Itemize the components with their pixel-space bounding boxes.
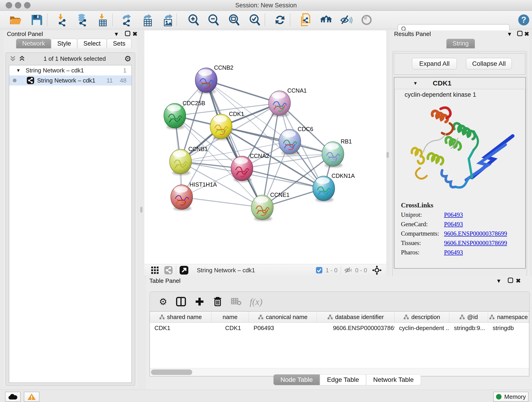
selection-checkbox-icon[interactable]: [316, 267, 323, 274]
node-label: CDKN1A: [331, 172, 355, 179]
export-image-icon[interactable]: [162, 13, 174, 26]
tab-sets[interactable]: Sets: [107, 39, 132, 48]
grid-view-icon[interactable]: [151, 266, 159, 274]
open-folder-icon[interactable]: [9, 13, 22, 26]
column-header-namespace[interactable]: namespace: [488, 312, 529, 322]
results-panel-menu-icon[interactable]: ▼: [507, 31, 512, 37]
network-selected-status: 1 of 1 Network selected: [25, 55, 124, 62]
zoom-fit-icon[interactable]: [228, 13, 241, 26]
column-mapping-icon: [489, 314, 495, 319]
tab-select[interactable]: Select: [77, 39, 107, 48]
split-columns-icon[interactable]: [176, 297, 186, 306]
memory-button[interactable]: Memory: [493, 392, 529, 402]
column-header-name[interactable]: name: [211, 312, 249, 322]
network-edge[interactable]: [206, 80, 279, 103]
crosslink-pharos[interactable]: P06493: [444, 249, 463, 256]
network-node-cdc6[interactable]: CDC6: [279, 126, 313, 155]
tab-node-table[interactable]: Node Table: [273, 374, 320, 385]
network-node-hist1h1a[interactable]: HIST1H1A: [171, 181, 217, 211]
results-panel-float-icon[interactable]: [517, 31, 523, 36]
hidden-eye-icon[interactable]: [344, 267, 353, 274]
collapse-all-button[interactable]: Collapse All: [466, 58, 512, 70]
hide-unhide-icon[interactable]: [340, 13, 353, 26]
network-edge[interactable]: [206, 80, 262, 207]
function-builder-icon[interactable]: f(x): [250, 296, 263, 307]
network-collection-row[interactable]: ▼ String Network – cdk1 1: [9, 65, 132, 75]
import-table-icon[interactable]: [96, 13, 109, 26]
export-network-icon[interactable]: [121, 13, 133, 26]
table-panel-close-icon[interactable]: ✖: [516, 277, 521, 284]
column-header-shared-name[interactable]: shared name: [150, 312, 211, 322]
tab-network[interactable]: Network: [16, 39, 51, 48]
gene-section-header[interactable]: ▼ CDK1: [394, 77, 525, 89]
import-database-icon[interactable]: [76, 13, 89, 26]
table-row[interactable]: CDK1 CDK1 P06493 9606.ENSP00000378699 cy…: [150, 323, 529, 333]
add-column-icon[interactable]: [195, 297, 204, 306]
delete-table-icon[interactable]: [231, 298, 241, 306]
table-panel-menu-icon[interactable]: ▼: [496, 278, 501, 284]
cloud-button[interactable]: [5, 392, 21, 402]
delete-column-icon[interactable]: [213, 297, 222, 307]
zoom-selected-icon[interactable]: [248, 13, 261, 26]
left-splitter-handle[interactable]: [140, 207, 143, 213]
import-network-icon[interactable]: [56, 13, 68, 26]
control-panel-float-icon[interactable]: [125, 31, 131, 36]
duplicate-network-icon[interactable]: [299, 13, 312, 26]
tab-style[interactable]: Style: [51, 39, 77, 48]
control-panel-menu-icon[interactable]: ▼: [114, 31, 119, 37]
right-splitter-handle[interactable]: [386, 152, 389, 158]
crosslink-uniprot[interactable]: P06493: [444, 211, 463, 218]
column-header-canonical-name[interactable]: canonical name: [249, 312, 317, 322]
svg-text:?: ?: [521, 15, 526, 25]
preview-sphere-icon[interactable]: [360, 13, 373, 26]
cell-description: cyclin-dependent ...: [394, 325, 450, 332]
results-buttons-box: Expand All Collapse All: [394, 53, 525, 75]
crosslink-genecard[interactable]: P06493: [444, 221, 463, 228]
network-node-ccnb2[interactable]: CCNB2: [195, 64, 234, 94]
node-table[interactable]: shared name name canonical name database…: [150, 311, 529, 376]
tab-network-table[interactable]: Network Table: [366, 374, 421, 385]
results-panel-close-icon[interactable]: ✖: [524, 31, 529, 38]
network-options-gear-icon[interactable]: ⚙: [124, 55, 131, 63]
crosslink-tissues[interactable]: 9606.ENSP00000378699: [444, 240, 507, 247]
export-table-icon[interactable]: [141, 13, 154, 26]
refresh-layout-icon[interactable]: [273, 13, 286, 26]
column-header-database-identifier[interactable]: database identifier: [317, 312, 394, 322]
table-panel-float-icon[interactable]: [507, 277, 513, 283]
zoom-out-icon[interactable]: [207, 13, 220, 26]
network-node-cdk1[interactable]: CDK1: [210, 111, 244, 140]
collection-label: String Network – cdk1: [26, 67, 84, 74]
network-edge[interactable]: [221, 127, 333, 154]
column-header-description[interactable]: description: [394, 312, 450, 322]
share-network-icon[interactable]: [164, 266, 173, 274]
network-row[interactable]: String Network – cdk1 11 48: [9, 75, 132, 85]
expand-all-networks-icon[interactable]: [19, 56, 25, 62]
warning-button[interactable]: [24, 392, 39, 402]
warning-icon: [27, 393, 36, 400]
expand-all-button[interactable]: Expand All: [412, 58, 457, 70]
collection-expand-icon[interactable]: ▼: [16, 68, 21, 73]
zoom-in-icon[interactable]: [187, 13, 200, 26]
network-node-cdc25b[interactable]: CDC25B: [164, 100, 205, 129]
collapse-all-networks-icon[interactable]: [10, 56, 16, 62]
tab-string[interactable]: String: [446, 39, 475, 48]
control-panel-close-icon[interactable]: ✖: [133, 31, 138, 38]
cell-name: CDK1: [211, 325, 249, 332]
crosslink-compartments[interactable]: 9606.ENSP00000378699: [444, 230, 507, 237]
section-collapse-icon[interactable]: ▼: [413, 81, 418, 86]
pan-crosshair-icon[interactable]: [372, 265, 382, 275]
open-in-window-icon[interactable]: [179, 266, 189, 275]
network-edge[interactable]: [182, 197, 262, 207]
table-settings-gear-icon[interactable]: ⚙: [159, 297, 167, 306]
scrollbar-thumb[interactable]: [151, 370, 192, 375]
save-icon[interactable]: [30, 13, 43, 26]
network-node-cdkn1a[interactable]: CDKN1A: [313, 172, 355, 202]
column-header-at-id[interactable]: @id: [449, 312, 488, 322]
network-canvas[interactable]: CCNB2CCNA1CDC25BCDK1CDC6RB1CCNB1CCNA2CDK…: [144, 31, 386, 264]
network-edge-count: 48: [120, 77, 127, 84]
tab-edge-table[interactable]: Edge Table: [320, 374, 366, 385]
network-node-rb1[interactable]: RB1: [322, 138, 352, 168]
home-gallery-icon[interactable]: [320, 13, 333, 26]
network-node-ccna1[interactable]: CCNA1: [268, 87, 307, 117]
help-icon[interactable]: ?: [517, 13, 530, 26]
